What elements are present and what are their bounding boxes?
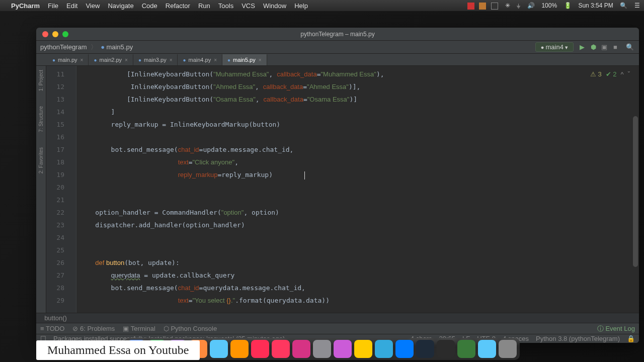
problems-tab[interactable]: ⊘ 6: Problems — [72, 325, 115, 332]
lock-icon[interactable]: 🔒 — [627, 335, 635, 342]
menu-help[interactable]: Help — [294, 2, 308, 10]
dock-app-icon[interactable] — [437, 340, 455, 358]
dock-app-icon[interactable] — [292, 340, 310, 358]
dock-app-icon[interactable] — [416, 340, 434, 358]
bluetooth-icon[interactable]: ✳ — [505, 2, 510, 9]
menu-view[interactable]: View — [86, 2, 100, 10]
run-config-select[interactable]: ● main4 ▾ — [535, 42, 574, 52]
close-window-button[interactable] — [42, 31, 48, 37]
pycharm-window: pythonTelegram – main5.py pythonTelegram… — [36, 28, 639, 343]
dock-app-icon[interactable] — [478, 340, 496, 358]
menu-tools[interactable]: Tools — [218, 2, 233, 10]
dock-app-icon[interactable] — [334, 340, 352, 358]
dock-app-icon[interactable] — [230, 340, 249, 358]
tool-window-bar: ≡ TODO ⊘ 6: Problems ▣ Terminal ⬡ Python… — [36, 323, 639, 334]
zoom-window-button[interactable] — [62, 31, 68, 37]
editor-scrollbar[interactable] — [633, 116, 638, 267]
video-caption: Muhammed Essa on Youtube — [36, 340, 200, 360]
dock-app-icon[interactable] — [313, 340, 331, 358]
debug-button[interactable]: ⬢ — [590, 43, 597, 51]
dock-app-icon[interactable] — [395, 340, 414, 358]
editor-tab[interactable]: ●main3.py× — [133, 54, 178, 65]
desktop: pythonTelegram – main5.py pythonTelegram… — [0, 11, 644, 362]
search-everywhere-button[interactable]: 🔍 — [626, 43, 633, 51]
dock-app-icon[interactable] — [375, 340, 393, 358]
menu-code[interactable]: Code — [142, 2, 157, 10]
editor-tabs: ●main.py×●main2.py×●main3.py×●main4.py×●… — [36, 54, 639, 66]
status-icon[interactable] — [479, 3, 486, 10]
tool-tab[interactable]: 2: Favorites — [38, 147, 44, 173]
status-icon[interactable] — [467, 3, 474, 10]
minimize-window-button[interactable] — [52, 31, 58, 37]
code-area[interactable]: [InlineKeyboardButton("Muhammed Essa", c… — [76, 66, 639, 313]
menu-file[interactable]: File — [48, 2, 58, 10]
clock: Sun 3:54 PM — [578, 2, 613, 9]
volume-icon[interactable]: 🔊 — [527, 2, 535, 9]
tool-tab[interactable]: 1: Project — [38, 70, 44, 91]
menubar-right: ✳ ⏚ 🔊 100% 🔋 Sun 3:54 PM 🔍 ☰ — [464, 2, 640, 10]
editor-tab[interactable]: ●main2.py× — [89, 54, 133, 65]
tool-tab[interactable]: 7: Structure — [38, 106, 44, 132]
battery-pct: 100% — [541, 2, 557, 9]
status-icon[interactable] — [491, 3, 498, 10]
wifi-icon[interactable]: ⏚ — [517, 2, 520, 9]
editor-tab[interactable]: ●main4.py× — [178, 54, 222, 65]
menubar-app[interactable]: PyCharm — [11, 2, 40, 10]
window-title: pythonTelegram – main5.py — [300, 31, 374, 38]
dock-app-icon[interactable] — [272, 340, 290, 358]
left-tool-sidebar: 1: Project7: Structure2: Favorites — [36, 66, 46, 313]
menu-refactor[interactable]: Refactor — [166, 2, 190, 10]
crumb-bar[interactable]: button() — [36, 313, 639, 323]
run-button[interactable]: ▶ — [579, 43, 586, 51]
dock-app-icon[interactable] — [251, 340, 269, 358]
status-interpreter[interactable]: Python 3.8 (pythonTelegram) — [536, 335, 620, 342]
python-console-tab[interactable]: ⬡ Python Console — [164, 325, 217, 332]
line-gutter[interactable]: 11121314151617181920212223242526272829 — [46, 66, 69, 313]
todo-tab[interactable]: ≡ TODO — [40, 325, 64, 332]
macos-menubar: PyCharm FileEditViewNavigateCodeRefactor… — [0, 0, 644, 11]
breadcrumb[interactable]: pythonTelegram 〉 ● main5.py — [40, 43, 133, 52]
editor-tab[interactable]: ●main.py× — [47, 54, 89, 65]
titlebar[interactable]: pythonTelegram – main5.py — [36, 28, 639, 41]
dock-app-icon[interactable] — [354, 340, 372, 358]
menu-navigate[interactable]: Navigate — [108, 2, 133, 10]
dock-app-icon[interactable] — [210, 340, 228, 358]
menu-edit[interactable]: Edit — [66, 2, 77, 10]
terminal-tab[interactable]: ▣ Terminal — [123, 325, 155, 332]
spotlight-icon[interactable]: 🔍 — [620, 2, 627, 9]
dock-app-icon[interactable] — [457, 340, 475, 358]
navigation-bar: pythonTelegram 〉 ● main5.py ● main4 ▾ ▶ … — [36, 41, 639, 54]
inspection-badges[interactable]: ⚠ 3 ✔ 2 ^ˇ — [590, 68, 630, 80]
fold-column[interactable] — [69, 66, 76, 313]
editor[interactable]: 11121314151617181920212223242526272829 [… — [46, 66, 639, 313]
editor-tab[interactable]: ●main5.py× — [222, 54, 267, 65]
menu-window[interactable]: Window — [263, 2, 286, 10]
battery-icon[interactable]: 🔋 — [564, 2, 572, 9]
menu-icon[interactable]: ☰ — [634, 2, 640, 9]
event-log-tab[interactable]: ⓘ Event Log — [597, 324, 635, 333]
stop-button[interactable]: ■ — [612, 43, 619, 51]
dock-app-icon[interactable] — [499, 340, 517, 358]
menu-vcs[interactable]: VCS — [242, 2, 255, 10]
run-coverage-button[interactable]: ▣ — [601, 43, 608, 51]
menu-run[interactable]: Run — [198, 2, 210, 10]
